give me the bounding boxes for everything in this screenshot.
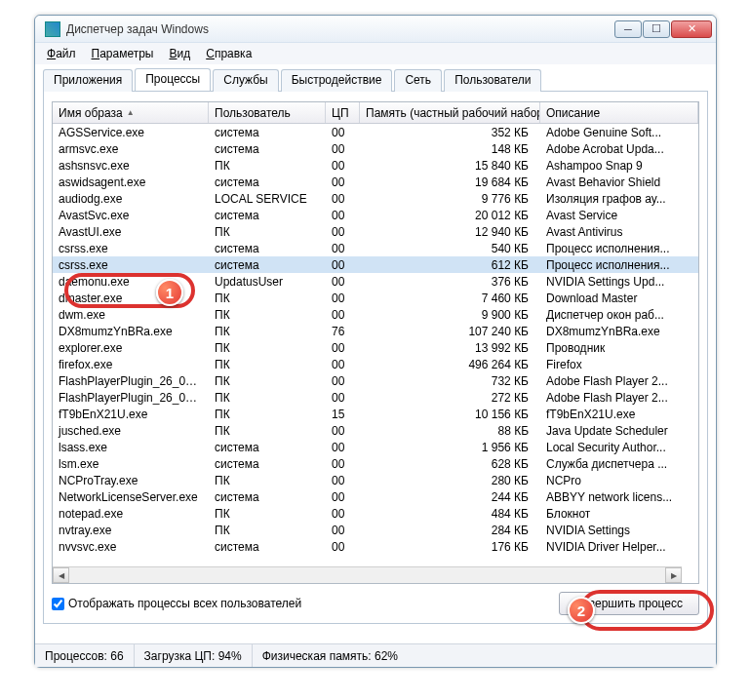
table-row[interactable]: dwm.exeПК009 900 КБДиспетчер окон раб... [53, 306, 698, 323]
cell-image: notepad.exe [53, 507, 209, 521]
tab-Пользователи[interactable]: Пользователи [444, 69, 541, 92]
titlebar[interactable]: Диспетчер задач Windows ─ ☐ ✕ [35, 16, 716, 43]
cell-user: ПК [209, 292, 326, 305]
horizontal-scrollbar[interactable]: ◀ ▶ [53, 566, 682, 583]
cell-user: система [209, 441, 326, 454]
cell-desc: Служба диспетчера ... [540, 457, 698, 471]
tab-Быстродействие[interactable]: Быстродействие [281, 69, 393, 92]
cell-desc: Ashampoo Snap 9 [540, 159, 698, 173]
statusbar: Процессов: 66 Загрузка ЦП: 94% Физическа… [35, 643, 716, 667]
cell-cpu: 00 [326, 292, 360, 305]
cell-desc: Процесс исполнения... [540, 258, 698, 272]
table-row[interactable]: csrss.exeсистема00540 КБПроцесс исполнен… [53, 240, 698, 256]
table-row[interactable]: notepad.exeПК00484 КББлокнот [53, 505, 698, 522]
cell-desc: DX8mumzYnBRa.exe [540, 325, 698, 338]
end-process-button[interactable]: Завершить процесс [559, 592, 699, 615]
table-row[interactable]: FlashPlayerPlugin_26_0_0_1...ПК00272 КБA… [53, 389, 698, 406]
cell-image: AGSService.exe [53, 126, 209, 139]
menu-options[interactable]: Параметры [92, 47, 154, 60]
table-row[interactable]: NCProTray.exeПК00280 КБNCPro [53, 472, 698, 488]
cell-image: AvastSvc.exe [53, 209, 209, 222]
cell-mem: 284 КБ [360, 524, 540, 537]
cell-desc: Java Update Scheduler [540, 424, 698, 438]
table-row[interactable]: AvastSvc.exeсистема0020 012 КБAvast Serv… [53, 207, 698, 223]
table-row[interactable]: NetworkLicenseServer.exeсистема00244 КБA… [53, 488, 698, 505]
table-row[interactable]: nvtray.exeПК00284 КБNVIDIA Settings [53, 522, 698, 538]
cell-user: ПК [209, 374, 326, 388]
table-row[interactable]: fT9bEnX21U.exeПК1510 156 КБfT9bEnX21U.ex… [53, 406, 698, 422]
scroll-left-icon[interactable]: ◀ [53, 567, 69, 583]
table-row[interactable]: audiodg.exeLOCAL SERVICE009 776 КБИзоляц… [53, 190, 698, 207]
cell-image: nvvsvc.exe [53, 540, 209, 554]
table-row[interactable]: explorer.exeПК0013 992 КБПроводник [53, 339, 698, 356]
menu-file[interactable]: Файл [47, 47, 76, 60]
sort-asc-icon: ▲ [127, 108, 135, 117]
cell-cpu: 00 [326, 424, 360, 438]
cell-mem: 484 КБ [360, 507, 540, 521]
table-row[interactable]: firefox.exeПК00496 264 КБFirefox [53, 356, 698, 372]
menu-view[interactable]: Вид [169, 47, 190, 60]
cell-user: ПК [209, 358, 326, 371]
close-button[interactable]: ✕ [671, 20, 712, 38]
col-memory[interactable]: Память (частный рабочий набор) [360, 102, 540, 123]
cell-desc: Avast Antivirus [540, 225, 698, 239]
cell-mem: 540 КБ [360, 242, 540, 255]
cell-mem: 376 КБ [360, 275, 540, 289]
cell-cpu: 76 [326, 325, 360, 338]
cell-mem: 280 КБ [360, 474, 540, 487]
cell-user: система [209, 242, 326, 255]
checkbox-input[interactable] [52, 598, 64, 610]
scroll-track[interactable] [69, 567, 665, 583]
cell-cpu: 00 [326, 358, 360, 371]
table-row[interactable]: lsm.exeсистема00628 КБСлужба диспетчера … [53, 455, 698, 472]
col-cpu[interactable]: ЦП [326, 102, 360, 123]
table-row[interactable]: AvastUI.exeПК0012 940 КБAvast Antivirus [53, 223, 698, 240]
cell-image: AvastUI.exe [53, 225, 209, 239]
col-image[interactable]: Имя образа▲ [53, 102, 209, 123]
table-row[interactable]: jusched.exeПК0088 КБJava Update Schedule… [53, 422, 698, 439]
cell-user: система [209, 490, 326, 504]
cell-user: система [209, 142, 326, 156]
process-listview[interactable]: Имя образа▲ Пользователь ЦП Память (част… [52, 101, 699, 584]
tab-Приложения[interactable]: Приложения [43, 69, 133, 92]
cell-image: DX8mumzYnBRa.exe [53, 325, 209, 338]
show-all-users-checkbox[interactable]: Отображать процессы всех пользователей [52, 597, 301, 610]
tab-Процессы[interactable]: Процессы [135, 68, 211, 91]
status-memory: Физическая память: 62% [253, 644, 408, 667]
maximize-button[interactable]: ☐ [643, 20, 670, 38]
table-row[interactable]: AGSService.exeсистема00352 КБAdobe Genui… [53, 124, 698, 140]
cell-image: dmaster.exe [53, 292, 209, 305]
cell-desc: Adobe Genuine Soft... [540, 126, 698, 139]
cell-image: jusched.exe [53, 424, 209, 438]
table-row[interactable]: lsass.exeсистема001 956 КБLocal Security… [53, 439, 698, 455]
table-row[interactable]: aswidsagent.exeсистема0019 684 КБAvast B… [53, 174, 698, 190]
table-row[interactable]: daemonu.exeUpdatusUser00376 КБNVIDIA Set… [53, 273, 698, 290]
table-row[interactable]: DX8mumzYnBRa.exeПК76107 240 КБDX8mumzYnB… [53, 323, 698, 339]
tab-Службы[interactable]: Службы [213, 69, 278, 92]
cell-mem: 244 КБ [360, 490, 540, 504]
table-row[interactable]: ashsnsvc.exeПК0015 840 КБAshampoo Snap 9 [53, 157, 698, 174]
cell-desc: NVIDIA Driver Helper... [540, 540, 698, 554]
cell-cpu: 00 [326, 540, 360, 554]
cell-desc: Блокнот [540, 507, 698, 521]
listview-body[interactable]: AGSService.exeсистема00352 КБAdobe Genui… [53, 124, 698, 567]
cell-user: ПК [209, 159, 326, 173]
cell-user: ПК [209, 225, 326, 239]
table-row[interactable]: armsvc.exeсистема00148 КБAdobe Acrobat U… [53, 140, 698, 157]
table-row[interactable]: dmaster.exeПК007 460 КБDownload Master [53, 290, 698, 306]
table-row[interactable]: csrss.exeсистема00612 КБПроцесс исполнен… [53, 256, 698, 273]
cell-mem: 176 КБ [360, 540, 540, 554]
cell-mem: 13 992 КБ [360, 341, 540, 355]
cell-desc: Adobe Flash Player 2... [540, 374, 698, 388]
tab-Сеть[interactable]: Сеть [394, 69, 442, 92]
cell-desc: ABBYY network licens... [540, 490, 698, 504]
table-row[interactable]: nvvsvc.exeсистема00176 КБNVIDIA Driver H… [53, 538, 698, 555]
table-row[interactable]: FlashPlayerPlugin_26_0_0_1...ПК00732 КБA… [53, 372, 698, 389]
minimize-button[interactable]: ─ [614, 20, 642, 38]
col-description[interactable]: Описание [540, 102, 698, 123]
cell-cpu: 00 [326, 524, 360, 537]
col-user[interactable]: Пользователь [209, 102, 326, 123]
status-cpu: Загрузка ЦП: 94% [135, 644, 253, 667]
menu-help[interactable]: Справка [206, 47, 252, 60]
scroll-right-icon[interactable]: ▶ [665, 567, 682, 583]
